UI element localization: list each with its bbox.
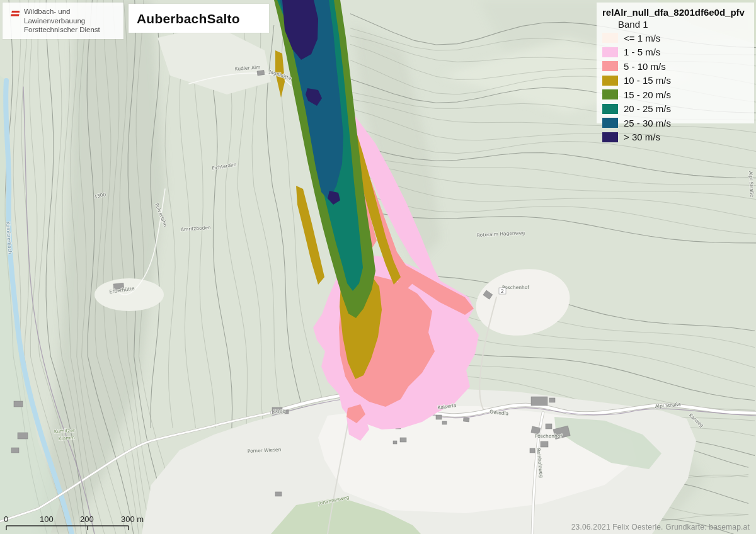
org-line: Forsttechnischer Dienst <box>24 25 100 35</box>
wlv-logo-box: Wildbach- und Lawinenverbauung Forsttech… <box>3 3 123 39</box>
legend-row-label: 1 - 5 m/s <box>624 47 660 57</box>
legend-row: > 30 m/s <box>602 130 754 145</box>
scale-label: 200 <box>80 514 94 524</box>
legend-swatch <box>602 61 618 71</box>
legend: relAlr_null_dfa_8201df6e0d_pfv Band 1 <=… <box>597 3 754 123</box>
legend-row-label: 25 - 30 m/s <box>624 118 671 128</box>
legend-row-label: 10 - 15 m/s <box>624 75 671 86</box>
map-title-box: AuberbachSalto <box>129 4 269 33</box>
map-title: AuberbachSalto <box>129 4 269 26</box>
map-label: 2 <box>501 288 504 294</box>
legend-row-label: 5 - 10 m/s <box>624 61 666 72</box>
org-line: Wildbach- und <box>24 7 100 16</box>
scale-label: 100 <box>40 514 54 524</box>
map-label: 1100 <box>273 409 285 414</box>
legend-swatch <box>602 89 618 99</box>
legend-row: 10 - 15 m/s <box>602 74 754 88</box>
legend-row: 25 - 30 m/s <box>602 116 754 130</box>
legend-row: 20 - 25 m/s <box>602 102 754 116</box>
scale-bar: 0 100 200 300 m <box>5 514 150 532</box>
org-line: Lawinenverbauung <box>24 16 100 26</box>
organization-name: Wildbach- und Lawinenverbauung Forsttech… <box>24 7 100 35</box>
legend-swatch <box>602 118 618 128</box>
legend-row-label: <= 1 m/s <box>624 33 660 43</box>
legend-row: 1 - 5 m/s <box>602 45 754 60</box>
legend-row: 5 - 10 m/s <box>602 59 754 74</box>
legend-row: <= 1 m/s <box>602 31 754 45</box>
legend-swatch <box>602 104 618 114</box>
map-label: Pöschenhof <box>535 433 562 439</box>
legend-row-label: 15 - 20 m/s <box>624 89 671 100</box>
legend-row: 15 - 20 m/s <box>602 88 754 102</box>
map-label: Poschenhof <box>502 285 529 290</box>
austria-flag-icon <box>10 11 20 18</box>
legend-row-label: > 30 m/s <box>624 132 660 142</box>
legend-rows: <= 1 m/s1 - 5 m/s5 - 10 m/s10 - 15 m/s15… <box>600 31 754 144</box>
legend-title: relAlr_null_dfa_8201df6e0d_pfv <box>602 7 754 18</box>
legend-swatch <box>602 76 618 86</box>
legend-swatch <box>602 132 618 142</box>
map-export-page: Kudler Alm Jagdhütte Fichteralm Pulverla… <box>0 0 756 534</box>
legend-swatch <box>602 33 618 43</box>
legend-swatch <box>602 47 618 57</box>
attribution: 23.06.2021 Felix Oesterle. Grundkarte: b… <box>571 523 750 531</box>
scale-label: 300 m <box>121 514 144 524</box>
scale-bar-line <box>5 525 150 532</box>
map-label: Klamm <box>59 435 76 441</box>
scale-label: 0 <box>4 514 8 524</box>
legend-row-label: 20 - 25 m/s <box>624 103 671 114</box>
legend-band-label: Band 1 <box>618 19 754 30</box>
